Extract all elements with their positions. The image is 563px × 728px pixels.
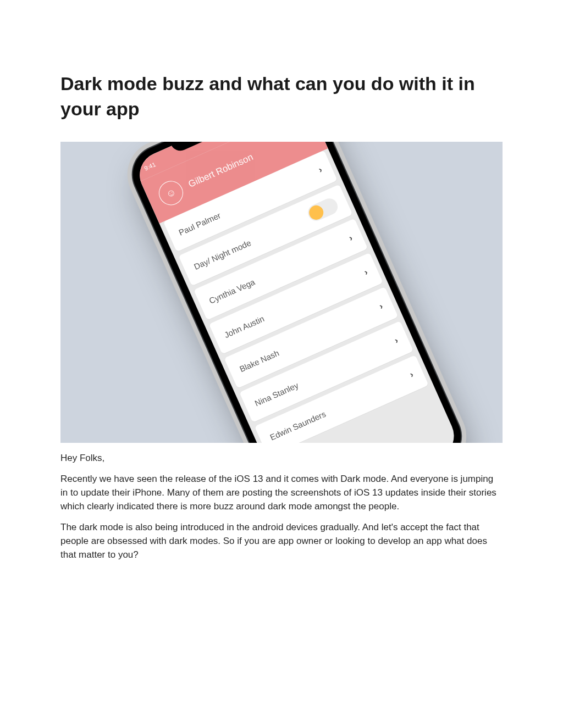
phone-notch — [169, 142, 266, 154]
paragraph: Recently we have seen the release of the… — [60, 473, 503, 513]
avatar: ☺ — [155, 177, 187, 209]
list-item-dark-mode-toggle[interactable]: Day/ Night mode — [179, 184, 353, 286]
list-item[interactable]: Cynthia Vega › — [194, 218, 368, 320]
app-header: ☺ Gilbert Robinson — [141, 142, 328, 224]
chevron-right-icon: › — [363, 267, 369, 277]
phone-frame: 9:41 ▂▄▆ ☺ — [124, 142, 470, 443]
list-item-label: Cynthia Vega — [208, 276, 256, 305]
list-item[interactable]: Edwin Saunders › — [255, 355, 429, 443]
chevron-right-icon: › — [393, 335, 400, 346]
chevron-right-icon: › — [347, 233, 354, 243]
list-item[interactable]: Blake Nash › — [224, 287, 399, 388]
list-item-label: Edwin Saunders — [268, 409, 327, 442]
list-item-label: Day/ Night mode — [192, 237, 252, 271]
document-page: Dark mode buzz and what can you do with … — [0, 0, 563, 562]
list-item-label: Paul Palmer — [177, 210, 222, 237]
article-title: Dark mode buzz and what can you do with … — [60, 71, 503, 122]
sun-icon — [307, 203, 325, 221]
list-item[interactable]: John Austin › — [209, 252, 383, 354]
list-item-label: Blake Nash — [238, 348, 280, 374]
greeting-text: Hey Folks, — [60, 452, 503, 465]
smiley-icon: ☺ — [164, 186, 178, 201]
paragraph: The dark mode is also being introduced i… — [60, 521, 503, 562]
phone-screen: 9:41 ▂▄▆ ☺ — [133, 142, 461, 443]
chevron-right-icon: › — [409, 369, 415, 380]
day-night-toggle[interactable] — [306, 196, 340, 223]
list-item-label: Nina Stanley — [253, 380, 300, 408]
list-item[interactable]: Nina Stanley › — [239, 321, 413, 423]
list-item[interactable]: Paul Palmer › — [163, 150, 338, 252]
user-name: Gilbert Robinson — [187, 152, 255, 190]
phone-mockup: 9:41 ▂▄▆ ☺ — [60, 142, 503, 443]
status-time: 9:41 — [143, 161, 156, 172]
chevron-right-icon: › — [378, 301, 384, 312]
hero-image: 9:41 ▂▄▆ ☺ — [60, 142, 503, 443]
chevron-right-icon: › — [317, 165, 324, 175]
article-body: Hey Folks, Recently we have seen the rel… — [60, 452, 503, 562]
status-bar: 9:41 ▂▄▆ — [133, 142, 310, 181]
list-item-label: John Austin — [223, 313, 266, 339]
contacts-list: Paul Palmer › Day/ Night mode Cynthia Ve… — [163, 150, 457, 443]
